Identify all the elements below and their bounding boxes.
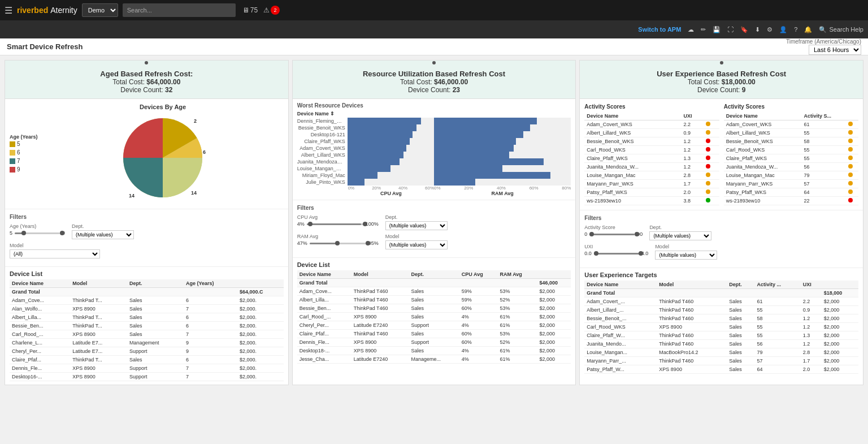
ux-uxi-label: UXI: [584, 244, 648, 249]
worst-ram-bar-row: [434, 138, 571, 145]
act-col-name-l: Device Name: [584, 112, 681, 120]
ux-col-name: Device Name: [584, 281, 657, 289]
act-left-name: Maryann_Parr_WKS: [584, 180, 681, 188]
pie-chart-svg: [118, 113, 208, 203]
download-icon[interactable]: ⬇: [755, 26, 760, 33]
timeframe-select[interactable]: Last 6 Hours: [809, 45, 861, 55]
res-device-cpu: 60%: [459, 330, 498, 338]
pie-area: Age (Years) 5 6 7 9 Devices By Age: [10, 104, 284, 204]
res-device-model: [351, 279, 409, 287]
ux-uxi-track[interactable]: [594, 253, 639, 255]
worst-ram-bar-row: [434, 158, 571, 165]
worst-bars-area: Dennis_Fleming_WKS Bessie_Benoit_WKS Des…: [297, 118, 571, 196]
worst-cpu-bar-row: Juanita_Mendoza_WKS: [297, 158, 434, 165]
ux-device-activity: 79: [754, 348, 800, 357]
aged-age-track[interactable]: [15, 232, 60, 234]
aged-device-name: Cheryl_Per...: [10, 347, 70, 356]
aged-panel-header: Aged Based Refresh Cost: Total Cost: $64…: [5, 65, 288, 99]
search-help-button[interactable]: 🔍 Search Help: [819, 26, 863, 33]
resource-dept-select[interactable]: (Multiple values): [385, 221, 448, 230]
worst-ram-bar-wrap: [434, 152, 571, 158]
aged-device-model: ThinkPad T...: [70, 313, 127, 322]
nav-icons: 🖥 75 ⚠ 2: [242, 6, 280, 15]
resource-cpu-track[interactable]: [307, 223, 363, 225]
activity-left-row: Louise_Mangan_Mac 2.8: [584, 171, 719, 180]
save-icon[interactable]: 💾: [713, 26, 721, 33]
help-icon[interactable]: ?: [794, 26, 797, 33]
activity-section: Activity Scores Device Name UXI Adam_Cov…: [580, 99, 863, 210]
ux-model-select[interactable]: (Multiple values): [655, 251, 717, 260]
bell-icon[interactable]: 🔔: [804, 26, 812, 33]
act-left-dot: [704, 120, 719, 129]
activity-left-row: Carl_Rood_WKS 1.2: [584, 146, 719, 154]
aged-device-dept: Support: [127, 364, 184, 373]
act-left-dot: [704, 129, 719, 137]
act-right-dot: [846, 154, 858, 163]
res-device-ram: [498, 279, 537, 287]
act-col-score-r: Activity S...: [802, 112, 846, 120]
worst-ram-bar-row: [434, 179, 571, 186]
bookmark-icon[interactable]: 🔖: [740, 26, 748, 33]
act-right-dot: [846, 188, 858, 197]
page-title: Smart Device Refresh: [7, 42, 83, 51]
ux-table-row: Grand Total $18,000: [584, 289, 858, 298]
aged-device-model: XPS 8900: [70, 364, 127, 373]
ux-device-uxi: 2.8: [801, 348, 822, 357]
ux-panel: User Experience Based Refresh Cost Total…: [579, 60, 863, 385]
aged-device-dept: Sales: [127, 330, 184, 339]
worst-ram-bar-fill: [434, 172, 550, 179]
aged-col-dept: Dept.: [127, 279, 184, 288]
user-icon[interactable]: 👤: [779, 26, 787, 33]
res-device-ram: 61%: [498, 321, 537, 330]
res-col-name: Device Name: [297, 270, 351, 279]
act-left-uxi: 2.8: [682, 171, 704, 180]
aged-device-model: Latitude E7...: [70, 339, 127, 347]
demo-select[interactable]: Demo: [82, 3, 118, 17]
ux-device-name: Patsy_Pfaff_W...: [584, 365, 657, 374]
worst-cpu-bar-wrap: [348, 172, 434, 179]
second-nav: Switch to APM ☁ ✏ 💾 ⛶ 🔖 ⬇ ⚙ 👤 ? 🔔 🔍 Sear…: [0, 20, 868, 38]
aged-filters: Filters Age (Years) 5 9 Dept.: [5, 209, 288, 267]
res-device-model: ThinkPad T460: [351, 296, 409, 304]
hamburger-menu-icon[interactable]: ☰: [5, 5, 12, 16]
settings-icon[interactable]: ⚙: [767, 26, 772, 33]
resource-ram-track[interactable]: [310, 243, 366, 244]
aged-model-select[interactable]: (All): [10, 249, 100, 258]
aged-drag-handle[interactable]: [5, 61, 288, 65]
worst-device-label: Desktop16-121: [297, 132, 345, 137]
res-device-cpu: 4%: [459, 321, 498, 330]
activity-left-table: Activity Scores Device Name UXI Adam_Cov…: [584, 104, 719, 205]
resource-drag-handle[interactable]: [293, 61, 576, 65]
aged-total: Total Cost: $64,000.00: [10, 78, 284, 86]
ux-device-name: Grand Total: [584, 289, 657, 298]
ux-device-cost: $2,000: [822, 348, 858, 357]
aged-chart-section: Age (Years) 5 6 7 9 Devices By Age: [5, 99, 288, 209]
res-device-cpu: 60%: [459, 304, 498, 313]
ux-device-dept: [727, 289, 754, 298]
activity-left-row: Albert_Lillard_WKS 0.9: [584, 129, 719, 137]
ux-col-activity: Activity ...: [754, 281, 800, 289]
ux-dept-select[interactable]: (Multiple values): [649, 231, 711, 240]
ux-drag-handle[interactable]: [580, 61, 863, 65]
pie-label-6: 6: [203, 149, 206, 155]
ux-activity-track[interactable]: [589, 234, 635, 235]
aged-model-label: Model: [10, 243, 100, 248]
edit-icon[interactable]: ✏: [701, 26, 706, 33]
worst-cpu-bar-wrap: [348, 124, 434, 131]
expand-icon[interactable]: ⛶: [727, 26, 734, 33]
ux-table-row: Patsy_Pfaff_W... XPS 8900 Sales 64 2.0 $…: [584, 365, 858, 374]
aged-device-cost: $2,000.: [237, 347, 284, 356]
alert-badge: 2: [271, 6, 280, 15]
resource-model-label: Model: [385, 234, 448, 239]
switch-apm-button[interactable]: Switch to APM: [638, 26, 681, 33]
resource-model-filter: Model (Multiple values): [385, 234, 448, 249]
aged-dept-select[interactable]: (Multiple values): [72, 230, 134, 239]
search-input[interactable]: [123, 3, 236, 17]
worst-cpu-bar-wrap: [348, 165, 434, 172]
cloud-upload-icon[interactable]: ☁: [688, 26, 694, 33]
resource-model-select[interactable]: (Multiple values): [385, 240, 448, 249]
act-right-name: Bessie_Benoit_WKS: [724, 137, 802, 146]
res-device-cost: $2,000: [537, 313, 571, 321]
aged-device-list-title: Device List: [10, 270, 284, 277]
act-right-dot: [846, 180, 858, 188]
